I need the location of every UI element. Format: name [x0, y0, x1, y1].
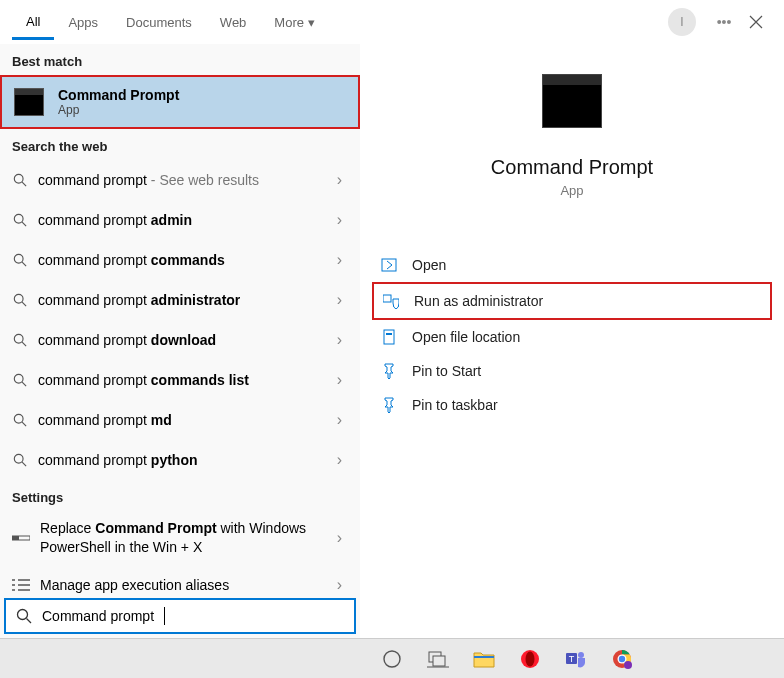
- taskbar-chrome-icon[interactable]: [610, 647, 634, 671]
- svg-point-26: [619, 655, 625, 661]
- web-result-text: command prompt commands: [38, 252, 327, 268]
- taskbar-task-view-icon[interactable]: [426, 647, 450, 671]
- search-icon: [12, 332, 28, 348]
- web-result-text: command prompt commands list: [38, 372, 327, 388]
- svg-rect-17: [433, 656, 445, 666]
- tab-apps[interactable]: Apps: [54, 5, 112, 38]
- web-result-text: command prompt admin: [38, 212, 327, 228]
- search-icon: [12, 292, 28, 308]
- web-result-text: command prompt administrator: [38, 292, 327, 308]
- action-label: Pin to taskbar: [412, 397, 498, 413]
- svg-point-7: [14, 454, 23, 463]
- svg-point-0: [14, 174, 23, 183]
- user-avatar[interactable]: I: [668, 8, 696, 36]
- web-result-text: command prompt md: [38, 412, 327, 428]
- chevron-right-icon: ›: [337, 451, 348, 469]
- best-match-item[interactable]: Command Prompt App: [0, 75, 360, 129]
- action-open-file-location[interactable]: Open file location: [372, 320, 772, 354]
- command-prompt-icon: [542, 74, 602, 128]
- web-result-item[interactable]: command prompt python›: [0, 440, 360, 480]
- web-result-item[interactable]: command prompt administrator›: [0, 280, 360, 320]
- svg-point-6: [14, 414, 23, 423]
- chevron-right-icon: ›: [337, 171, 348, 189]
- web-result-item[interactable]: command prompt commands list›: [0, 360, 360, 400]
- search-icon: [16, 608, 32, 624]
- results-panel: Best match Command Prompt App Search the…: [0, 44, 360, 638]
- search-icon: [12, 452, 28, 468]
- web-result-item[interactable]: command prompt download›: [0, 320, 360, 360]
- pin-icon: [380, 362, 398, 380]
- action-open[interactable]: Open: [372, 248, 772, 282]
- chevron-right-icon: ›: [337, 529, 348, 547]
- taskbar: T: [0, 638, 784, 678]
- web-result-item[interactable]: command prompt md›: [0, 400, 360, 440]
- settings-item-replace-cmd[interactable]: Replace Command Prompt with Windows Powe…: [0, 511, 360, 565]
- tab-web[interactable]: Web: [206, 5, 261, 38]
- tab-documents[interactable]: Documents: [112, 5, 206, 38]
- action-label: Pin to Start: [412, 363, 481, 379]
- toggle-icon: [12, 531, 30, 545]
- action-pin-taskbar[interactable]: Pin to taskbar: [372, 388, 772, 422]
- svg-point-5: [14, 374, 23, 383]
- svg-point-27: [624, 661, 632, 669]
- search-icon: [12, 172, 28, 188]
- best-match-title: Command Prompt: [58, 87, 179, 103]
- chevron-right-icon: ›: [337, 411, 348, 429]
- svg-point-2: [14, 254, 23, 263]
- svg-point-23: [578, 652, 584, 658]
- section-settings: Settings: [0, 480, 360, 511]
- tab-more-label: More: [274, 15, 304, 30]
- chevron-right-icon: ›: [337, 211, 348, 229]
- svg-rect-13: [386, 333, 392, 335]
- web-result-text: command prompt download: [38, 332, 327, 348]
- taskbar-teams-icon[interactable]: T: [564, 647, 588, 671]
- settings-item-label: Manage app execution aliases: [40, 577, 327, 593]
- search-icon: [12, 372, 28, 388]
- close-button[interactable]: [740, 6, 772, 38]
- search-icon: [12, 212, 28, 228]
- action-label: Open: [412, 257, 446, 273]
- web-result-item[interactable]: command prompt - See web results›: [0, 160, 360, 200]
- section-search-web: Search the web: [0, 129, 360, 160]
- svg-point-3: [14, 294, 23, 303]
- command-prompt-icon: [14, 88, 44, 116]
- search-icon: [12, 252, 28, 268]
- overflow-menu[interactable]: •••: [708, 14, 740, 30]
- chevron-right-icon: ›: [337, 371, 348, 389]
- taskbar-cortana-icon[interactable]: [380, 647, 404, 671]
- aliases-icon: [12, 578, 30, 592]
- svg-point-4: [14, 334, 23, 343]
- shield-icon: [382, 292, 400, 310]
- svg-point-14: [18, 610, 28, 620]
- tab-more[interactable]: More ▾: [260, 5, 329, 38]
- svg-rect-18: [474, 656, 494, 658]
- settings-item-label: Replace Command Prompt with Windows Powe…: [40, 519, 327, 557]
- pin-taskbar-icon: [380, 396, 398, 414]
- svg-rect-10: [382, 259, 396, 271]
- svg-rect-12: [384, 330, 394, 344]
- web-result-text: command prompt python: [38, 452, 327, 468]
- chevron-down-icon: ▾: [308, 15, 315, 30]
- svg-rect-11: [383, 295, 391, 302]
- web-result-item[interactable]: command prompt admin›: [0, 200, 360, 240]
- search-bar[interactable]: Command prompt: [4, 598, 356, 634]
- action-run-administrator[interactable]: Run as administrator: [372, 282, 772, 320]
- action-label: Run as administrator: [414, 293, 543, 309]
- tab-all[interactable]: All: [12, 4, 54, 40]
- best-match-sub: App: [58, 103, 179, 117]
- chevron-right-icon: ›: [337, 331, 348, 349]
- open-icon: [380, 256, 398, 274]
- chevron-right-icon: ›: [337, 576, 348, 594]
- taskbar-opera-icon[interactable]: [518, 647, 542, 671]
- text-cursor: [164, 607, 165, 625]
- search-text: Command prompt: [42, 608, 154, 624]
- section-best-match: Best match: [0, 44, 360, 75]
- close-icon: [749, 15, 763, 29]
- chevron-right-icon: ›: [337, 251, 348, 269]
- svg-point-1: [14, 214, 23, 223]
- taskbar-file-explorer-icon[interactable]: [472, 647, 496, 671]
- web-result-text: command prompt - See web results: [38, 172, 327, 188]
- svg-text:T: T: [569, 653, 575, 663]
- web-result-item[interactable]: command prompt commands›: [0, 240, 360, 280]
- action-pin-start[interactable]: Pin to Start: [372, 354, 772, 388]
